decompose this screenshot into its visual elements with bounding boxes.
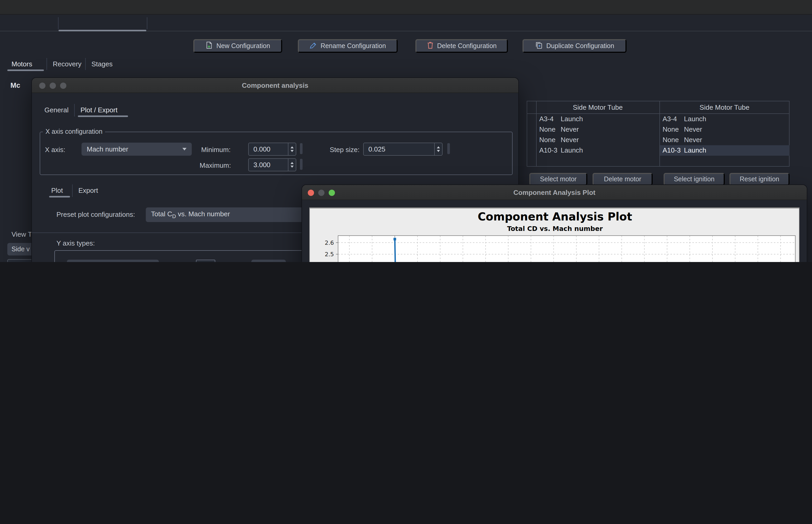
component-analysis-plot-window: Component Analysis Plot -0.4-0.20.00.20.… (302, 184, 807, 262)
preset-plot-label: Preset plot configurations: (56, 211, 135, 218)
spinner-arrows-icon[interactable] (434, 143, 442, 155)
motor-table-cell[interactable]: A10-3Launch (660, 145, 790, 156)
maximum-spinner[interactable] (248, 158, 296, 171)
maximum-value[interactable] (249, 159, 288, 171)
chart-panel: -0.4-0.20.00.20.40.60.81.01.21.41.61.82.… (309, 208, 799, 262)
main-titlebar (0, 0, 812, 15)
unit-selector-stub[interactable] (300, 159, 303, 170)
unit-selector-stub[interactable] (300, 143, 303, 154)
tab-separator (72, 184, 72, 197)
chart-subtitle: Total CD vs. Mach number (310, 225, 800, 232)
active-tab-underline (78, 115, 128, 117)
xaxis-select[interactable]: Mach number (82, 143, 192, 156)
subtab-motors[interactable]: Motors (12, 60, 32, 68)
table-header: Side Motor Tube (536, 103, 660, 111)
table-header: Side Motor Tube (660, 103, 790, 111)
duplicate-icon (535, 41, 543, 51)
view-type-select[interactable]: Side v (7, 243, 33, 256)
subtab-recovery[interactable]: Recovery (53, 60, 82, 68)
step-size-label: Step size: (330, 146, 359, 153)
duplicate-configuration-button[interactable]: Duplicate Configuration (522, 39, 627, 53)
axis-select[interactable]: Left (251, 260, 286, 262)
subtab-stages[interactable]: Stages (92, 60, 113, 68)
delete-motor-button[interactable]: Delete motor (592, 173, 653, 185)
xaxis-config-legend: X axis configuration (43, 128, 105, 135)
y-type-select[interactable]: Total CD (67, 260, 159, 262)
motor-config-heading-fragment: Mc (11, 82, 26, 89)
motor-table-cell[interactable]: NoneNever (537, 124, 660, 135)
tab-plot[interactable]: Plot (51, 186, 63, 194)
motor-table-cell[interactable]: A3-4Launch (537, 114, 660, 124)
xaxis-label: X axis: (45, 146, 65, 153)
svg-text:2.5: 2.5 (325, 251, 334, 258)
minimum-value[interactable] (249, 143, 288, 155)
motor-table-cell[interactable]: A10-3Launch (537, 145, 660, 156)
unit-selector-stub[interactable] (447, 143, 450, 154)
y-axis-types-label: Y axis types: (56, 239, 95, 247)
motor-table-cell[interactable]: A3-4Launch (660, 114, 790, 124)
new-configuration-button[interactable]: New Configuration (193, 39, 282, 53)
chart-title: Component Analysis Plot (310, 211, 800, 223)
view-angle-field[interactable]: 90 (7, 259, 33, 262)
minimum-label: Minimum: (201, 146, 231, 153)
tab-separator (58, 17, 59, 29)
minimum-spinner[interactable] (248, 143, 296, 156)
delete-configuration-button[interactable]: Delete Configuration (416, 39, 508, 53)
plot-window-title: Component Analysis Plot (302, 189, 807, 196)
preset-plot-select[interactable]: Total CD vs. Mach number (146, 208, 324, 222)
tab-export[interactable]: Export (78, 186, 98, 194)
active-tab-underline (59, 30, 146, 31)
active-tab-underline (49, 196, 70, 197)
unit-field[interactable] (196, 260, 215, 262)
spinner-arrows-icon[interactable] (288, 143, 296, 155)
reset-ignition-button[interactable]: Reset ignition (729, 173, 790, 185)
active-subtab-underline (7, 69, 44, 71)
application-window: Pods--powered with recovery deployment R… (0, 0, 812, 262)
tab-general[interactable]: General (45, 106, 69, 114)
dialog-title: Component analysis (32, 82, 518, 89)
new-configuration-icon (205, 41, 213, 51)
view-type-label: View T (12, 230, 32, 238)
select-motor-button[interactable]: Select motor (529, 173, 587, 185)
rename-configuration-button[interactable]: Rename Configuration (298, 39, 397, 53)
motor-table-cell[interactable]: NoneNever (537, 135, 660, 145)
chevron-down-icon (182, 148, 186, 150)
main-tab-bar (0, 15, 812, 31)
tab-separator (47, 58, 47, 70)
tab-plot-export[interactable]: Plot / Export (80, 106, 117, 114)
trash-icon (427, 41, 434, 51)
spinner-arrows-icon[interactable] (288, 159, 296, 171)
step-size-spinner[interactable] (363, 143, 442, 156)
rename-icon (310, 42, 317, 50)
tab-separator (74, 104, 75, 116)
step-size-value[interactable] (364, 143, 434, 155)
maximum-label: Maximum: (200, 161, 231, 169)
select-ignition-button[interactable]: Select ignition (664, 173, 725, 185)
motor-table-cell[interactable]: NoneNever (660, 124, 790, 135)
tab-separator (85, 58, 86, 70)
tab-separator (147, 17, 147, 29)
motor-table-cell[interactable]: NoneNever (660, 135, 790, 145)
svg-text:2.6: 2.6 (325, 240, 334, 246)
